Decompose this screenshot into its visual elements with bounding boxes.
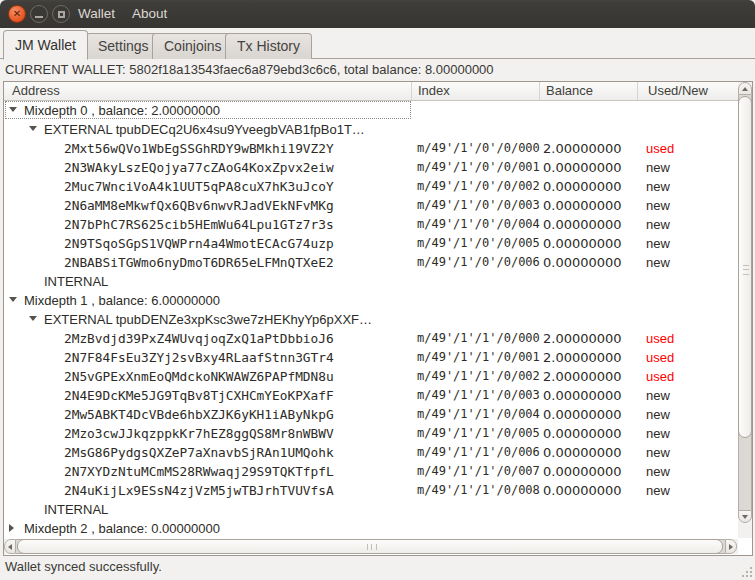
tab-jm-wallet[interactable]: JM Wallet [3,30,88,60]
horizontal-scroll-thumb[interactable] [17,539,723,554]
index-cell: m/49'/1'/0'/0/003 [417,196,540,215]
arrow-left-icon [8,544,12,550]
index-cell: m/49'/1'/0'/0/001 [417,158,540,177]
column-header-balance[interactable]: Balance [540,82,638,100]
column-header-used-new[interactable]: Used/New [638,82,738,100]
group-label: EXTERNAL tpubDENZe3xpKsc3we7zHEKhyYp6pXX… [44,310,372,329]
used-new-cell: new [646,405,670,424]
close-button[interactable]: ✕ [8,5,26,23]
tree-row-group[interactable]: Mixdepth 0 , balance: 2.00000000 [4,101,738,120]
used-new-cell: new [646,158,670,177]
tree-row-group[interactable]: INTERNAL [4,500,738,519]
column-header-index[interactable]: Index [412,82,540,100]
minimize-icon [35,16,43,18]
menu-about[interactable]: About [126,0,173,28]
group-label: INTERNAL [44,500,108,519]
used-new-cell: new [646,481,670,500]
tree-row-address[interactable]: 2N6aMM8eMkwfQx6QBv6nwvRJadVEkNFvMKgm/49'… [4,196,738,215]
address-cell: 2N5vGPExXnmEoQMdckoNKWAWZ6PAPfMDN8u [64,367,334,386]
tree-row-address[interactable]: 2Muc7WnciVoA4k1UUT5qPA8cuX7hK3uJcoYm/49'… [4,177,738,196]
tree-row-address[interactable]: 2N9TSqoSGpS1VQWPrn4a4WmotECAcG74uzpm/49'… [4,234,738,253]
tree-row-address[interactable]: 2N3WAkyLszEQojya77cZAoG4KoxZpvx2eiwm/49'… [4,158,738,177]
scroll-up-button[interactable] [738,82,752,95]
address-cell: 2N7XYDzNtuMCmMS28RWwaqj29S9TQKTfpfL [64,462,334,481]
tree-row-group[interactable]: Mixdepth 1 , balance: 6.00000000 [4,291,738,310]
used-new-cell: new [646,196,670,215]
index-cell: m/49'/1'/1'/0/002 [417,367,540,386]
address-cell: 2N3WAkyLszEQojya77cZAoG4KoxZpvx2eiw [64,158,334,177]
maximize-button[interactable] [52,5,70,23]
horizontal-scrollbar[interactable] [4,539,738,554]
column-header-address[interactable]: Address [4,82,412,100]
used-new-cell: new [646,177,670,196]
index-cell: m/49'/1'/1'/0/005 [417,424,540,443]
arrow-down-icon [742,515,748,519]
tree-row-address[interactable]: 2NBABSiTGWmo6nyDmoT6DR65eLFMnQTXeE2m/49'… [4,253,738,272]
index-cell: m/49'/1'/0'/0/004 [417,215,540,234]
current-wallet-summary: CURRENT WALLET: 5802f18a13543faec6a879eb… [5,62,494,77]
address-cell: 2Mxt56wQVo1WbEgSSGhRDY9wBMkhi19VZ2Y [64,139,334,158]
tree-row-address[interactable]: 2Mxt56wQVo1WbEgSSGhRDY9wBMkhi19VZ2Ym/49'… [4,139,738,158]
address-cell: 2MsG86PydgsQXZeP7aXnavbSjRAn1UMQohk [64,443,334,462]
tree-row-group[interactable]: EXTERNAL tpubDECq2U6x4su9YveegbVAB1fpBo1… [4,120,738,139]
titlebar: ✕ Wallet About [0,0,755,28]
balance-cell: 0.00000000 [543,158,622,177]
scroll-right-button[interactable] [725,539,737,554]
scroll-down-button[interactable] [738,510,752,523]
collapse-branch-icon[interactable] [9,107,17,112]
arrow-right-icon [729,544,733,550]
tree-row-address[interactable]: 2N5vGPExXnmEoQMdckoNKWAWZ6PAPfMDN8um/49'… [4,367,738,386]
tree-row-group[interactable]: Mixdepth 2 , balance: 0.00000000 [4,519,738,538]
tree-row-address[interactable]: 2MsG86PydgsQXZeP7aXnavbSjRAn1UMQohkm/49'… [4,443,738,462]
balance-cell: 0.00000000 [543,462,622,481]
address-cell: 2MzBvdjd39PxZ4WUvqjoqZxQ1aPtDbbioJ6 [64,329,334,348]
used-new-cell: new [646,462,670,481]
resize-grip[interactable] [740,565,752,577]
address-cell: 2N7bPhC7RS625cib5HEmWu64Lpu1GTz7r3s [64,215,334,234]
used-new-cell: new [646,253,670,272]
menu-wallet[interactable]: Wallet [72,0,121,28]
tree-row-address[interactable]: 2N4E9DcKMe5JG9TqBv8TjCXHCmYEoKPXafFm/49'… [4,386,738,405]
tree-row-address[interactable]: 2MzBvdjd39PxZ4WUvqjoqZxQ1aPtDbbioJ6m/49'… [4,329,738,348]
collapse-branch-icon[interactable] [29,126,37,131]
tree-row-address[interactable]: 2N7bPhC7RS625cib5HEmWu64Lpu1GTz7r3sm/49'… [4,215,738,234]
tree-row-group[interactable]: EXTERNAL tpubDENZe3xpKsc3we7zHEKhyYp6pXX… [4,310,738,329]
collapse-branch-icon[interactable] [29,316,37,321]
scroll-grip-icon [367,544,377,550]
index-cell: m/49'/1'/0'/0/000 [417,139,540,158]
scroll-grip-icon [743,265,749,275]
vertical-scroll-thumb[interactable] [738,96,752,438]
tree-row-address[interactable]: 2N7F84FsEu3ZYj2svBxy4RLaafStnn3GTr4m/49'… [4,348,738,367]
address-cell: 2Mw5ABKT4DcVBde6hbXZJK6yKH1iAByNkpG [64,405,334,424]
expand-branch-icon[interactable] [9,524,14,532]
address-cell: 2N9TSqoSGpS1VQWPrn4a4WmotECAcG74uzp [64,234,334,253]
tab-bar: JM Wallet Settings Coinjoins Tx History [0,28,755,59]
minimize-button[interactable] [30,5,48,23]
tab-coinjoins[interactable]: Coinjoins [152,33,234,59]
balance-cell: 2.00000000 [543,367,622,386]
tree-row-address[interactable]: 2Mw5ABKT4DcVBde6hbXZJK6yKH1iAByNkpGm/49'… [4,405,738,424]
address-cell: 2N4E9DcKMe5JG9TqBv8TjCXHCmYEoKPXafF [64,386,334,405]
index-cell: m/49'/1'/0'/0/005 [417,234,540,253]
tree-row-address[interactable]: 2N7XYDzNtuMCmMS28RWwaqj29S9TQKTfpfLm/49'… [4,462,738,481]
scroll-left-button[interactable] [4,539,16,554]
index-cell: m/49'/1'/1'/0/003 [417,386,540,405]
address-cell: 2N4uKijLx9ESsN4zjVzM5jwTBJrhTVUVfsA [64,481,334,500]
tab-tx-history[interactable]: Tx History [225,33,312,59]
vertical-scrollbar[interactable] [738,82,752,538]
collapse-branch-icon[interactable] [9,297,17,302]
used-new-cell: used [646,348,674,367]
index-cell: m/49'/1'/0'/0/002 [417,177,540,196]
used-new-cell: used [646,367,674,386]
balance-cell: 0.00000000 [543,215,622,234]
tab-settings[interactable]: Settings [86,33,161,59]
used-new-cell: new [646,234,670,253]
tree-row-address[interactable]: 2Mzo3cwJJkqzppkKr7hEZ8ggQS8Mr8nWBWVm/49'… [4,424,738,443]
group-label: Mixdepth 2 , balance: 0.00000000 [24,519,220,538]
address-cell: 2N7F84FsEu3ZYj2svBxy4RLaafStnn3GTr4 [64,348,334,367]
arrow-up-icon [742,87,748,91]
balance-cell: 0.00000000 [543,234,622,253]
tree-row-group[interactable]: INTERNAL [4,272,738,291]
tree-row-address[interactable]: 2N4uKijLx9ESsN4zjVzM5jwTBJrhTVUVfsAm/49'… [4,481,738,500]
status-bar: Wallet synced successfully. [0,556,755,580]
